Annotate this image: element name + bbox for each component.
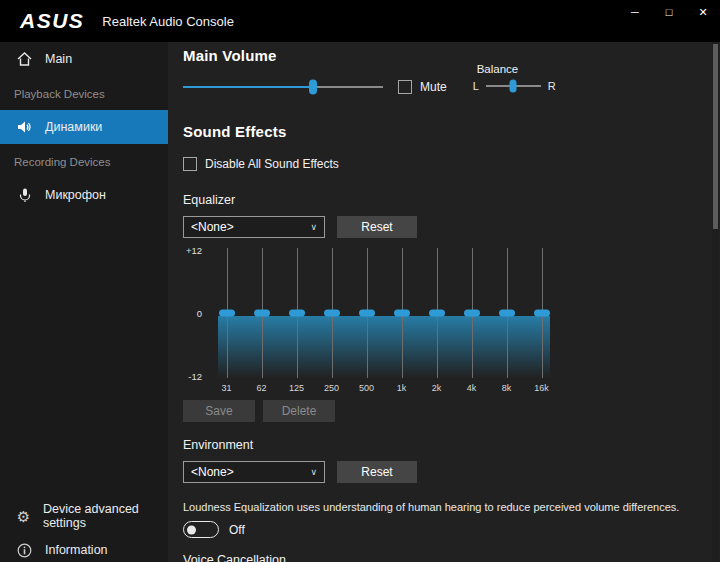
balance-left-label: L <box>473 80 479 92</box>
eq-band-label: 250 <box>314 378 349 394</box>
equalizer-reset-button[interactable]: Reset <box>337 216 417 238</box>
eq-slider-handle[interactable] <box>324 310 340 317</box>
equalizer-preset-value: <None> <box>191 220 234 234</box>
app-body: Main Playback Devices Динамики Recording… <box>0 42 720 562</box>
eq-slider-handle[interactable] <box>359 310 375 317</box>
balance-right-label: R <box>548 80 556 92</box>
sidebar-section-recording: Recording Devices <box>0 144 168 178</box>
speaker-icon <box>16 120 33 134</box>
disable-all-sound-effects-checkbox[interactable] <box>183 157 197 171</box>
environment-label: Environment <box>183 438 700 452</box>
titlebar: ASUS Realtek Audio Console ─ □ ✕ <box>0 0 720 42</box>
main-volume-handle[interactable] <box>309 79 317 94</box>
eq-area: 31621252505001k2k4k8k16k <box>209 248 559 394</box>
loudness-toggle[interactable] <box>183 521 219 538</box>
maximize-button[interactable]: □ <box>652 0 686 24</box>
balance-label: Balance <box>473 63 556 75</box>
close-button[interactable]: ✕ <box>686 0 720 24</box>
sidebar-item-label: Device advanced settings <box>43 502 168 530</box>
eq-band-label: 16k <box>524 378 559 394</box>
sidebar-section-playback: Playback Devices <box>0 76 168 110</box>
eq-band-label: 125 <box>279 378 314 394</box>
sidebar-item-label: Main <box>45 52 72 66</box>
equalizer-save-button[interactable]: Save <box>183 400 255 422</box>
eq-slider-handle[interactable] <box>464 310 480 317</box>
eq-slider-handle[interactable] <box>429 310 445 317</box>
eq-band-label: 4k <box>454 378 489 394</box>
sidebar-item-device-advanced-settings[interactable]: ⚙ Device advanced settings <box>0 499 168 533</box>
eq-band-slider[interactable] <box>209 248 244 378</box>
eq-slider-handle[interactable] <box>289 310 305 317</box>
eq-slider-handle[interactable] <box>499 310 515 317</box>
sound-effects-title: Sound Effects <box>183 123 700 141</box>
sidebar-item-main[interactable]: Main <box>0 42 168 76</box>
mute-control: Mute <box>398 80 447 94</box>
loudness-toggle-state: Off <box>229 523 245 537</box>
eq-band-1k: 1k <box>384 248 419 394</box>
eq-band-250: 250 <box>314 248 349 394</box>
eq-slider-handle[interactable] <box>254 310 270 317</box>
eq-band-slider[interactable] <box>279 248 314 378</box>
eq-band-slider[interactable] <box>244 248 279 378</box>
equalizer-buttons-row: Save Delete <box>183 400 700 422</box>
chevron-down-icon: ∨ <box>310 467 317 477</box>
eq-slider-handle[interactable] <box>219 310 235 317</box>
balance-row: L R <box>473 78 556 93</box>
sidebar-item-label: Information <box>45 543 108 557</box>
eq-band-slider[interactable] <box>454 248 489 378</box>
balance-slider[interactable] <box>486 78 541 93</box>
equalizer-delete-button[interactable]: Delete <box>263 400 335 422</box>
scrollbar[interactable] <box>712 42 719 562</box>
main-volume-title: Main Volume <box>183 47 700 65</box>
eq-band-label: 62 <box>244 378 279 394</box>
toggle-knob <box>187 525 196 534</box>
scrollbar-thumb[interactable] <box>713 44 718 229</box>
eq-y-axis: +12 0 -12 <box>183 248 209 378</box>
eq-band-label: 31 <box>209 378 244 394</box>
eq-band-4k: 4k <box>454 248 489 394</box>
environment-reset-button[interactable]: Reset <box>337 461 417 483</box>
eq-ytick-plus12: +12 <box>186 245 202 256</box>
eq-slider-handle[interactable] <box>534 310 550 317</box>
eq-slider-handle[interactable] <box>394 310 410 317</box>
eq-band-62: 62 <box>244 248 279 394</box>
environment-preset-row: <None> ∨ Reset <box>183 461 700 483</box>
minimize-button[interactable]: ─ <box>618 0 652 24</box>
sidebar-item-speakers[interactable]: Динамики <box>0 110 168 144</box>
eq-band-slider[interactable] <box>489 248 524 378</box>
chevron-down-icon: ∨ <box>310 222 317 232</box>
sidebar: Main Playback Devices Динамики Recording… <box>0 42 168 562</box>
equalizer-label: Equalizer <box>183 193 700 207</box>
microphone-icon <box>16 188 33 203</box>
eq-band-slider[interactable] <box>349 248 384 378</box>
eq-band-slider[interactable] <box>524 248 559 378</box>
eq-ytick-minus12: -12 <box>188 371 202 382</box>
eq-ytick-zero: 0 <box>197 308 202 319</box>
eq-band-500: 500 <box>349 248 384 394</box>
sidebar-item-microphone[interactable]: Микрофон <box>0 178 168 212</box>
window-controls: ─ □ ✕ <box>618 0 720 24</box>
app-window: ASUS Realtek Audio Console ─ □ ✕ Main Pl… <box>0 0 720 562</box>
eq-band-label: 8k <box>489 378 524 394</box>
eq-band-125: 125 <box>279 248 314 394</box>
main-content: Main Volume Mute Balance L <box>168 42 720 562</box>
disable-all-sound-effects-label: Disable All Sound Effects <box>205 157 339 171</box>
eq-band-slider[interactable] <box>384 248 419 378</box>
info-icon <box>16 543 33 558</box>
equalizer-graph: +12 0 -12 31621252505001k2k4k8k16k <box>183 248 700 394</box>
disable-all-sound-effects-control: Disable All Sound Effects <box>183 157 700 171</box>
eq-band-slider[interactable] <box>419 248 454 378</box>
eq-band-slider[interactable] <box>314 248 349 378</box>
sidebar-item-information[interactable]: Information <box>0 533 168 562</box>
sidebar-item-label: Динамики <box>45 120 102 134</box>
eq-band-31: 31 <box>209 248 244 394</box>
loudness-equalization-description: Loudness Equalization uses understanding… <box>183 501 700 513</box>
mute-checkbox[interactable] <box>398 80 412 94</box>
environment-preset-value: <None> <box>191 465 234 479</box>
voice-cancellation-label: Voice Cancellation <box>183 553 700 562</box>
equalizer-preset-row: <None> ∨ Reset <box>183 216 700 238</box>
balance-handle[interactable] <box>510 79 517 92</box>
environment-preset-dropdown[interactable]: <None> ∨ <box>183 461 325 483</box>
equalizer-preset-dropdown[interactable]: <None> ∨ <box>183 216 325 238</box>
main-volume-slider[interactable] <box>183 79 383 94</box>
